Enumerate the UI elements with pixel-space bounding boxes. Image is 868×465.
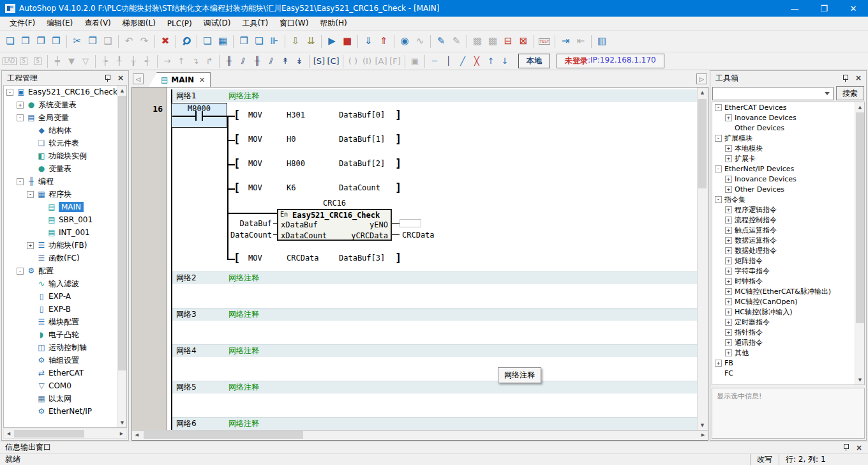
login-status-box[interactable]: 未登录:IP:192.168.1.170: [557, 54, 664, 68]
tree-item-ethercat-devices[interactable]: -EtherCAT Devices: [712, 102, 864, 112]
menu-item-l[interactable]: 梯形图(L): [117, 17, 161, 30]
scroll-down-icon[interactable]: ▼: [117, 418, 127, 427]
network-comment[interactable]: 网络注释: [228, 382, 259, 393]
logout-button[interactable]: ⇤: [573, 34, 588, 49]
instruction-operand-source[interactable]: K6: [287, 183, 296, 192]
tree-item-inovance-devices[interactable]: +Inovance Devices: [712, 112, 864, 123]
toolbox-tree-vscrollbar[interactable]: ▲ ▼: [855, 102, 864, 385]
set-instruction-button[interactable]: [S]: [312, 55, 326, 68]
network-1-header[interactable]: 网络1 网络注释: [172, 89, 697, 102]
scroll-right-icon[interactable]: ▶: [698, 431, 708, 439]
collapse-icon[interactable]: -: [715, 196, 722, 203]
expand-icon[interactable]: +: [725, 217, 732, 224]
tree-item-item-2[interactable]: -▤全局变量: [4, 111, 126, 124]
tree-item-item-19[interactable]: ◗电子凸轮: [4, 328, 126, 341]
instruction-operand-dest[interactable]: DataBuf[0]: [339, 111, 385, 119]
tree-item-fb[interactable]: +FB: [712, 358, 864, 368]
tree-item-fc[interactable]: FC: [712, 368, 864, 378]
coil-out-button[interactable]: (I): [360, 55, 374, 68]
tree-item-other-devices[interactable]: Other Devices: [712, 123, 864, 133]
menu-item-d[interactable]: 调试(D): [198, 17, 237, 30]
expand-icon[interactable]: +: [725, 329, 732, 336]
block-input-operand[interactable]: DataBuf: [216, 219, 272, 228]
ladder-symbol-table-button[interactable]: ⊪: [267, 34, 282, 49]
cut-button[interactable]: ✂: [70, 34, 85, 49]
wire-up-button[interactable]: ↑: [174, 55, 188, 68]
scroll-up-icon[interactable]: ▲: [855, 102, 865, 112]
instruction-opcode[interactable]: MOV: [248, 111, 262, 119]
search-input[interactable]: [713, 88, 821, 100]
instruction-operand-source[interactable]: H800: [287, 159, 305, 168]
crc16-function-block[interactable]: En Easy521_CRC16_Check xDataBuf xDataCou…: [277, 209, 392, 241]
tree-item-exp-a[interactable]: ▯EXP-A: [4, 290, 126, 303]
expand-icon[interactable]: +: [725, 155, 732, 162]
expand-icon[interactable]: +: [725, 349, 732, 356]
tree-item-item-4[interactable]: +本地模块: [712, 143, 864, 153]
restore-button[interactable]: ❐: [809, 0, 839, 17]
network-comment[interactable]: 网络注释: [228, 309, 259, 320]
menu-item-e[interactable]: 编辑(E): [41, 17, 79, 30]
insert-network-below-button[interactable]: ▽: [79, 55, 93, 68]
tree-item-item-16[interactable]: +字符串指令: [712, 266, 864, 276]
pin-icon[interactable]: [105, 75, 110, 82]
close-panel-icon[interactable]: ×: [854, 444, 864, 452]
pin-icon[interactable]: [843, 444, 849, 451]
menu-item-h[interactable]: 帮助(H): [314, 17, 352, 30]
tree-item-item-21[interactable]: +定时器指令: [712, 317, 864, 327]
online-download-button[interactable]: ▩: [470, 34, 485, 49]
network-header[interactable]: 网络4网络注释: [172, 344, 697, 357]
insert-network-button[interactable]: ╪: [50, 55, 64, 68]
save-button[interactable]: ❐: [33, 34, 49, 49]
draw-vline-button[interactable]: │: [442, 55, 456, 68]
scroll-down-icon[interactable]: ▼: [698, 420, 707, 430]
tab-close-icon[interactable]: ✕: [199, 76, 205, 84]
tree-item-item-15[interactable]: +矩阵指令: [712, 255, 864, 266]
append-network-button[interactable]: ▼: [64, 55, 79, 68]
tree-item-other-devices[interactable]: +Other Devices: [712, 184, 864, 194]
lad-mode-button[interactable]: LAD: [3, 55, 17, 68]
scrollbar-thumb[interactable]: [14, 430, 84, 438]
menu-item-t[interactable]: 工具(T): [236, 17, 274, 30]
close-panel-icon[interactable]: ×: [116, 74, 126, 82]
expand-icon[interactable]: +: [725, 145, 732, 152]
usb-test-button[interactable]: TEST: [537, 34, 552, 49]
expand-icon[interactable]: +: [27, 242, 34, 249]
menu-item-v[interactable]: 查看(V): [79, 17, 117, 30]
search-combo[interactable]: [712, 87, 834, 100]
tree-item-item-3[interactable]: -扩展模块: [712, 133, 864, 143]
contact-falling-button[interactable]: ↡: [292, 55, 306, 68]
download-plc-button[interactable]: ⇓: [361, 34, 376, 49]
network-comment[interactable]: 网络注释: [228, 346, 259, 356]
tree-item-mc-ethercat[interactable]: +MC轴控(EtherCAT&脉冲输出): [712, 286, 864, 296]
tree-item-item-24[interactable]: +其他: [712, 347, 864, 358]
scroll-left-icon[interactable]: ◀: [4, 429, 13, 438]
monitor-button[interactable]: ◉: [397, 34, 412, 49]
tree-item-fb[interactable]: +☰功能块(FB): [4, 239, 126, 252]
tree-item-item-3[interactable]: ◆结构体: [4, 124, 126, 137]
contact-closed-b-button[interactable]: ⫽: [264, 55, 278, 68]
editor-vscrollbar[interactable]: ▲ ▼: [697, 88, 708, 430]
tree-item-com0[interactable]: ▽COM0: [4, 379, 126, 392]
scrollbar-thumb[interactable]: [144, 431, 303, 439]
run-button[interactable]: ▶: [324, 34, 340, 49]
login-button[interactable]: ⇥: [558, 34, 573, 49]
instruction-operand-dest[interactable]: DataBuf[1]: [339, 135, 385, 144]
expand-icon[interactable]: +: [725, 206, 732, 213]
project-tree-vscrollbar[interactable]: ▲ ▼: [117, 86, 126, 427]
tree-item-item-5[interactable]: ◧功能块实例: [4, 149, 126, 162]
draw-sline-button[interactable]: ╱: [456, 55, 470, 68]
menu-item-f[interactable]: 文件(F): [4, 17, 41, 30]
scrollbar-thumb[interactable]: [856, 112, 864, 323]
expand-icon[interactable]: +: [17, 102, 24, 109]
network-comment[interactable]: 网络注释: [228, 418, 259, 429]
collapse-icon[interactable]: -: [17, 178, 24, 185]
scrollbar-thumb[interactable]: [118, 96, 126, 370]
chevron-down-icon[interactable]: [822, 88, 832, 99]
block-input-operand[interactable]: DataCount: [209, 231, 272, 240]
wire-right-button[interactable]: →: [160, 55, 174, 68]
contact-label[interactable]: M8000: [171, 104, 227, 113]
tree-item-item-14[interactable]: +数据处理指令: [712, 245, 864, 255]
move-down-button[interactable]: ↓: [498, 55, 512, 68]
contact-open-button[interactable]: ╫: [222, 55, 236, 68]
tree-item-item-12[interactable]: +触点运算指令: [712, 225, 864, 235]
